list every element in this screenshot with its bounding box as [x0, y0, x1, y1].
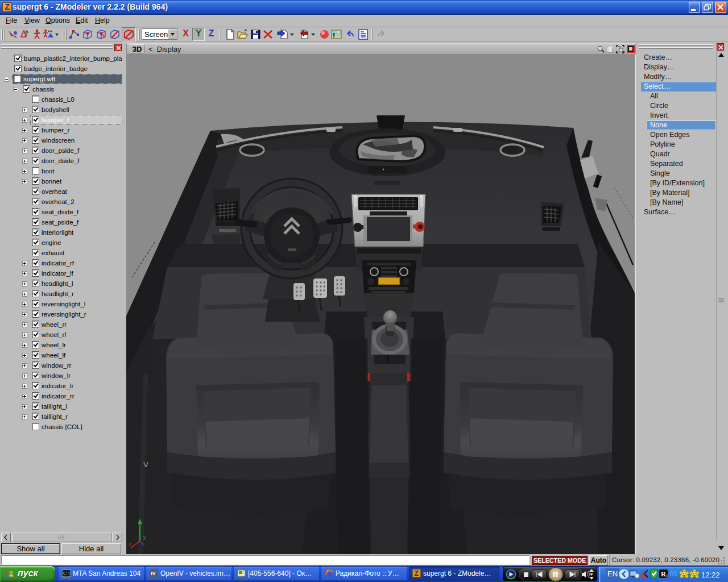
svg-text:IV: IV: [151, 571, 156, 576]
svg-text:y: y: [143, 534, 146, 540]
svg-text:x: x: [129, 541, 131, 547]
svg-text:C:\: C:\: [63, 571, 71, 576]
svg-text:V: V: [143, 460, 148, 469]
svg-text:Z: Z: [415, 569, 419, 577]
